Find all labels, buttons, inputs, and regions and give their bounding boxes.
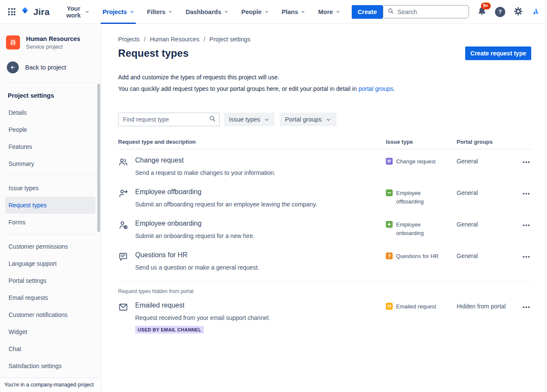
create-button[interactable]: Create xyxy=(352,5,383,19)
table-header: Request type and description Issue type … xyxy=(118,139,531,149)
chevron-down-icon xyxy=(85,9,90,14)
settings-button[interactable] xyxy=(513,6,523,17)
breadcrumb-project-settings[interactable]: Project settings xyxy=(209,36,250,43)
sidebar-item-customer-permissions[interactable]: Customer permissions xyxy=(5,238,96,255)
sidebar-item-request-types[interactable]: Request types xyxy=(5,197,96,214)
row-menu-button[interactable]: ••• xyxy=(522,252,531,261)
project-header: Human Resources Service project xyxy=(5,24,96,52)
create-request-type-button[interactable]: Create request type xyxy=(465,46,531,60)
issue-type-cell: Employee offboarding xyxy=(386,188,457,208)
nav-item-people[interactable]: People xyxy=(240,0,271,24)
column-issue-type: Issue type xyxy=(386,139,457,145)
sidebar-item-language-support[interactable]: Language support xyxy=(5,255,96,272)
issue-type-cell: Emailed request xyxy=(386,302,457,334)
column-portal-groups: Portal groups xyxy=(457,139,512,145)
help-button[interactable]: ? xyxy=(495,7,505,17)
breadcrumb-projects[interactable]: Projects xyxy=(118,36,140,43)
request-type-name[interactable]: Emailed request xyxy=(135,302,270,309)
nav-item-more[interactable]: More xyxy=(316,0,342,24)
portal-groups-dropdown[interactable]: Portal groups xyxy=(280,113,336,126)
request-type-name[interactable]: Employee offboarding xyxy=(135,188,317,196)
request-type-name[interactable]: Questions for HR xyxy=(135,251,259,259)
portal-groups-link[interactable]: portal groups xyxy=(359,85,394,92)
top-nav: Jira Your work Projects Filters Dashboar… xyxy=(0,0,547,24)
request-type-name[interactable]: Change request xyxy=(135,157,275,164)
sidebar-item-chat[interactable]: Chat xyxy=(5,340,96,357)
app-switcher-icon[interactable] xyxy=(7,5,17,19)
portal-group-cell: Hidden from portal xyxy=(457,302,512,334)
main-content: Projects / Human Resources / Project set… xyxy=(101,24,547,392)
sidebar-item-widget[interactable]: Widget xyxy=(5,323,96,340)
person-plus-icon xyxy=(118,220,128,230)
nav-search-box[interactable] xyxy=(383,5,469,18)
breadcrumb-human-resources[interactable]: Human Resources xyxy=(150,36,199,43)
chevron-down-icon xyxy=(264,9,269,14)
sidebar-item-issue-types[interactable]: Issue types xyxy=(5,180,96,197)
notifications-button[interactable]: 9+ xyxy=(477,6,487,17)
row-menu-button[interactable]: ••• xyxy=(522,189,531,198)
issue-type-cell: Change request xyxy=(386,157,457,176)
employee-onboarding-issue-icon xyxy=(386,221,393,228)
grid-icon xyxy=(8,8,15,15)
project-sidebar: Human Resources Service project Back to … xyxy=(0,24,101,392)
issue-types-dropdown[interactable]: Issue types xyxy=(224,113,275,126)
nav-right: 9+ ? xyxy=(383,5,540,18)
nav-item-projects[interactable]: Projects xyxy=(101,0,136,24)
sidebar-item-details[interactable]: Details xyxy=(5,104,96,121)
nav-item-plans[interactable]: Plans xyxy=(280,0,307,24)
sidebar-item-portal-settings[interactable]: Portal settings xyxy=(5,272,96,289)
sidebar-item-email-requests[interactable]: Email requests xyxy=(5,289,96,306)
find-request-type-box[interactable] xyxy=(118,113,220,126)
comment-icon xyxy=(118,252,128,262)
issue-type-cell: ? Questions for HR xyxy=(386,251,457,271)
question-issue-icon: ? xyxy=(386,253,393,259)
emailed-request-issue-icon xyxy=(386,303,393,310)
arrow-left-icon xyxy=(7,61,19,73)
row-menu-button[interactable]: ••• xyxy=(522,302,531,312)
question-mark-icon: ? xyxy=(495,7,505,17)
table-row: Questions for HR Send us a question or m… xyxy=(118,244,531,276)
nav-item-your-work[interactable]: Your work xyxy=(63,0,91,24)
atlassian-logo-button[interactable] xyxy=(531,7,540,17)
find-request-type-input[interactable] xyxy=(123,116,209,123)
envelope-icon xyxy=(118,302,128,312)
project-avatar xyxy=(6,35,20,49)
sidebar-item-satisfaction-settings[interactable]: Satisfaction settings xyxy=(5,357,96,375)
sidebar-item-forms[interactable]: Forms xyxy=(5,214,96,231)
people-group-icon xyxy=(118,157,128,167)
project-type: Service project xyxy=(26,44,80,50)
gear-icon xyxy=(513,6,523,17)
employee-offboarding-issue-icon xyxy=(386,189,393,196)
nav-item-filters[interactable]: Filters xyxy=(145,0,175,24)
row-menu-button[interactable]: ••• xyxy=(522,220,531,230)
table-row: Employee onboarding Submit an onboarding… xyxy=(118,212,531,244)
row-menu-button[interactable]: ••• xyxy=(522,157,531,167)
back-to-project-button[interactable]: Back to project xyxy=(5,52,96,79)
hidden-section-label: Request types hidden from portal xyxy=(118,281,531,294)
description-line-1: Add and customize the types of requests … xyxy=(118,72,531,83)
sidebar-item-summary[interactable]: Summary xyxy=(5,155,96,172)
divider xyxy=(4,82,96,83)
portal-group-cell: General xyxy=(457,251,512,271)
portal-group-cell: General xyxy=(457,188,512,208)
chevron-down-icon xyxy=(168,9,173,14)
table-row: Emailed request Request received from yo… xyxy=(118,294,531,338)
request-type-name[interactable]: Employee onboarding xyxy=(135,220,255,227)
sidebar-scrollbar[interactable] xyxy=(97,84,100,232)
sidebar-item-features[interactable]: Features xyxy=(5,138,96,155)
table-row: Change request Send a request to make ch… xyxy=(118,149,531,181)
nav-item-dashboards[interactable]: Dashboards xyxy=(184,0,230,24)
search-input[interactable] xyxy=(397,9,464,15)
description-line-2: You can quickly add request types to you… xyxy=(118,83,531,95)
sidebar-item-knowledge-base[interactable]: Knowledge base xyxy=(5,375,96,377)
sidebar-item-customer-notifications[interactable]: Customer notifications xyxy=(5,306,96,323)
chevron-down-icon xyxy=(264,117,269,122)
jira-wordmark: Jira xyxy=(33,7,49,17)
jira-logo[interactable]: Jira xyxy=(20,6,49,18)
notification-badge: 9+ xyxy=(481,3,491,9)
column-request-type: Request type and description xyxy=(118,139,386,145)
sidebar-item-people[interactable]: People xyxy=(5,121,96,138)
atlassian-logo-icon xyxy=(531,7,540,17)
request-type-description: Send us a question or make a general req… xyxy=(135,264,259,271)
used-by-email-channel-badge: USED BY EMAIL CHANNEL xyxy=(135,326,204,334)
